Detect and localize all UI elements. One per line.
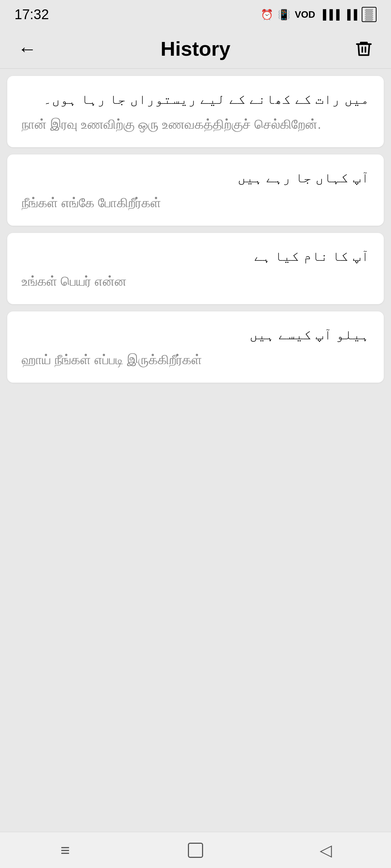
back-arrow-icon: ← xyxy=(18,38,37,60)
history-item-4-secondary: ஹாய் நீங்கள் எப்படி இருக்கிறீர்கள் xyxy=(22,350,369,370)
vibrate-icon: 📳 xyxy=(278,9,290,21)
nav-menu-button[interactable]: ≡ xyxy=(43,838,87,863)
delete-button[interactable] xyxy=(351,36,377,61)
history-item-1-secondary: நான் இரவு உணவிற்கு ஒரு உணவகத்திற்குச் செ… xyxy=(22,115,369,134)
battery-icon: ▒ xyxy=(362,7,377,22)
network-icon: VOD xyxy=(295,9,315,20)
hamburger-icon: ≡ xyxy=(60,841,70,859)
history-item-1[interactable]: میں رات کے کھانے کے لیے ریستوراں جا رہا … xyxy=(7,76,384,147)
status-icons: ⏰ 📳 VOD ▐▐▐ ▐▐ ▒ xyxy=(261,7,377,22)
history-item-3[interactable]: آپ کا نام کیا ہے உங்கள் பெயர் என்ன xyxy=(7,233,384,304)
bottom-nav: ≡ ◁ xyxy=(0,832,391,868)
history-item-2-primary: آپ کہاں جا رہے ہیں xyxy=(22,167,369,188)
alarm-icon: ⏰ xyxy=(261,9,273,21)
history-list: میں رات کے کھانے کے لیے ریستوراں جا رہا … xyxy=(0,69,391,390)
signal-icon: ▐▐▐ xyxy=(320,9,340,20)
status-time: 17:32 xyxy=(14,7,49,22)
history-item-4[interactable]: ہیلو آپ کیسے ہیں ஹாய் நீங்கள் எப்படி இரு… xyxy=(7,311,384,383)
home-square-icon xyxy=(188,843,203,858)
history-item-4-primary: ہیلو آپ کیسے ہیں xyxy=(22,324,369,345)
status-bar: 17:32 ⏰ 📳 VOD ▐▐▐ ▐▐ ▒ xyxy=(0,0,391,29)
history-item-1-primary: میں رات کے کھانے کے لیے ریستوراں جا رہا … xyxy=(22,89,369,110)
nav-back-button[interactable]: ◁ xyxy=(304,838,348,863)
triangle-back-icon: ◁ xyxy=(320,841,332,859)
history-item-3-secondary: உங்கள் பெயர் என்ன xyxy=(22,272,369,291)
app-bar: ← History xyxy=(0,29,391,69)
history-item-2[interactable]: آپ کہاں جا رہے ہیں நீங்கள் எங்கே போகிறீர… xyxy=(7,154,384,226)
back-button[interactable]: ← xyxy=(14,36,40,61)
history-item-2-secondary: நீங்கள் எங்கே போகிறீர்கள் xyxy=(22,193,369,213)
signal-icon2: ▐▐ xyxy=(344,9,357,20)
page-title: History xyxy=(161,37,231,60)
nav-home-button[interactable] xyxy=(174,838,217,863)
trash-icon xyxy=(354,39,373,58)
history-item-3-primary: آپ کا نام کیا ہے xyxy=(22,246,369,267)
